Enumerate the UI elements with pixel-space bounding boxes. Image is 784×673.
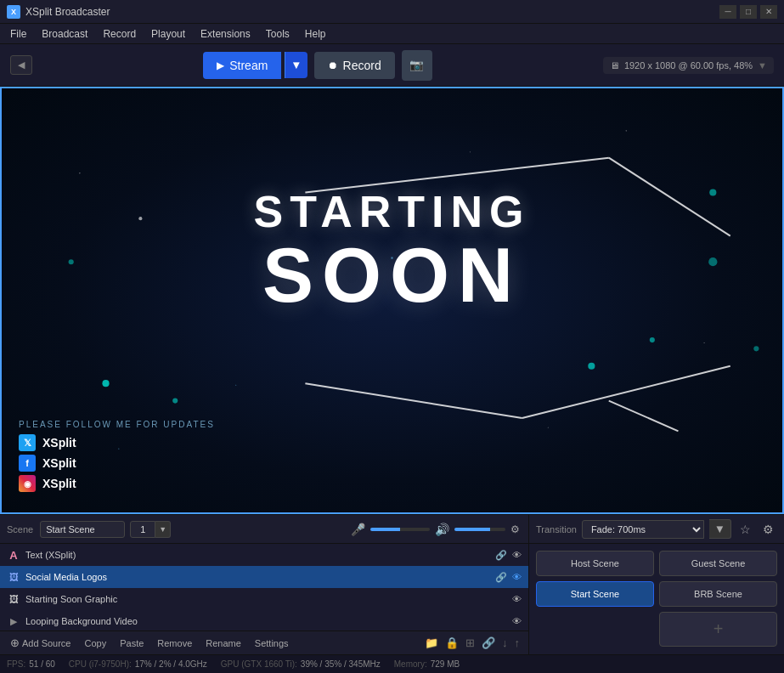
- instagram-name: XSplit: [42, 477, 76, 490]
- instagram-icon: ◉: [19, 475, 36, 492]
- add-source-button[interactable]: ⊕ Add Source: [7, 635, 74, 651]
- bottom-panel: Scene ▼ 🎤 🔊 ⚙ A Text (XSplit) 🔗: [0, 514, 784, 654]
- speaker-volume-slider[interactable]: [454, 528, 505, 531]
- scene-header: Scene ▼ 🎤 🔊 ⚙: [0, 515, 528, 544]
- close-button[interactable]: ✕: [760, 5, 777, 19]
- resolution-info: 🖥 1920 x 1080 @ 60.00 fps, 48% ▼: [603, 57, 774, 74]
- toolbar-center: ▶ Stream ▼ ⏺ Record 📷: [203, 50, 431, 81]
- scene-counter-dropdown[interactable]: ▼: [155, 521, 171, 538]
- eye-icon-2[interactable]: 👁: [512, 594, 522, 604]
- facebook-name: XSplit: [42, 456, 76, 470]
- folder-icon-btn[interactable]: 📁: [423, 635, 440, 651]
- move-down-icon-btn[interactable]: ↓: [500, 635, 510, 651]
- svg-point-8: [650, 337, 655, 342]
- audio-settings-button[interactable]: ⚙: [509, 522, 522, 537]
- menu-file[interactable]: File: [3, 26, 33, 42]
- transition-star-button[interactable]: ☆: [736, 521, 754, 538]
- start-scene-button[interactable]: Start Scene: [536, 581, 654, 607]
- eye-icon-1[interactable]: 👁: [512, 572, 522, 583]
- source-bg-actions: 👁: [512, 616, 522, 626]
- eye-icon-0[interactable]: 👁: [512, 550, 522, 561]
- main-text-container: STARTING SOON: [254, 186, 531, 314]
- mic-button[interactable]: 🎤: [349, 521, 367, 538]
- source-social-name: Social Media Logos: [25, 572, 490, 582]
- source-item-social[interactable]: 🖼 Social Media Logos 🔗 👁: [0, 566, 528, 588]
- transition-dropdown-button[interactable]: ▼: [709, 519, 731, 539]
- fps-label: FPS:: [7, 659, 25, 669]
- link-icon-btn[interactable]: 🔗: [480, 635, 497, 651]
- social-section: PLEASE FOLLOW ME FOR UPDATES 𝕏 XSplit f …: [19, 420, 215, 495]
- transition-gear-button[interactable]: ⚙: [759, 521, 777, 538]
- cpu-value: 17% / 2% / 4.0GHz: [135, 659, 207, 669]
- menu-record[interactable]: Record: [96, 26, 143, 42]
- toolbar: ◀ ▶ Stream ▼ ⏺ Record 📷 🖥 1920 x 1080 @ …: [0, 44, 784, 87]
- menu-broadcast[interactable]: Broadcast: [35, 26, 94, 42]
- menu-playout[interactable]: Playout: [144, 26, 192, 42]
- camera-icon: 📷: [409, 59, 424, 71]
- source-toolbar: ⊕ Add Source Copy Paste Remove Rename Se…: [0, 631, 528, 654]
- transition-select[interactable]: Fade: 700ms: [582, 520, 704, 539]
- scene-counter-input[interactable]: [130, 521, 155, 538]
- svg-point-10: [69, 259, 74, 264]
- stream-dropdown-button[interactable]: ▼: [285, 52, 307, 78]
- svg-line-1: [609, 158, 730, 236]
- stream-icon: ▶: [217, 59, 224, 71]
- maximize-button[interactable]: □: [740, 5, 757, 19]
- add-scene-button[interactable]: +: [659, 612, 777, 647]
- source-item-text[interactable]: A Text (XSplit) 🔗 👁: [0, 544, 528, 566]
- scene-panel: Scene ▼ 🎤 🔊 ⚙ A Text (XSplit) 🔗: [0, 515, 529, 654]
- eye-icon-3[interactable]: 👁: [512, 616, 522, 626]
- screenshot-button[interactable]: 📷: [402, 50, 432, 81]
- source-list: A Text (XSplit) 🔗 👁 🖼 Social Media Logos…: [0, 544, 528, 631]
- memory-status: Memory: 729 MB: [394, 659, 460, 669]
- copy-source-button[interactable]: Copy: [81, 636, 110, 650]
- settings-label: Settings: [255, 638, 289, 648]
- cpu-label: CPU (i7-9750H):: [69, 659, 132, 669]
- transition-panel: Transition Fade: 700ms ▼ ☆ ⚙ Host Scene …: [529, 515, 784, 654]
- host-scene-button[interactable]: Host Scene: [536, 551, 654, 576]
- remove-label: Remove: [157, 638, 192, 648]
- stream-button[interactable]: ▶ Stream: [203, 52, 281, 79]
- transform-icon-btn[interactable]: ⊞: [464, 635, 477, 651]
- rename-label: Rename: [206, 638, 241, 648]
- audio-controls: 🎤 🔊 ⚙: [349, 521, 522, 538]
- add-source-icon: ⊕: [10, 636, 20, 649]
- lock-icon-btn[interactable]: 🔒: [443, 635, 460, 651]
- transition-label: Transition: [536, 524, 577, 534]
- nav-back-button[interactable]: ◀: [10, 55, 32, 75]
- toolbar-nav: ◀: [10, 55, 32, 75]
- preview-inner: STARTING SOON PLEASE FOLLOW ME FOR UPDAT…: [2, 88, 782, 512]
- source-text-name: Text (XSplit): [25, 550, 490, 560]
- speaker-button[interactable]: 🔊: [433, 521, 451, 538]
- facebook-social-item: f XSplit: [19, 455, 215, 472]
- mic-volume-slider[interactable]: [370, 528, 430, 531]
- rename-source-button[interactable]: Rename: [202, 636, 245, 650]
- paste-source-button[interactable]: Paste: [116, 636, 147, 650]
- svg-point-9: [708, 257, 717, 266]
- menu-extensions[interactable]: Extensions: [194, 26, 257, 42]
- move-up-icon-btn[interactable]: ↑: [513, 635, 522, 651]
- svg-line-4: [609, 401, 679, 432]
- svg-point-5: [102, 380, 109, 387]
- resolution-arrow[interactable]: ▼: [758, 60, 767, 71]
- link-icon-1: 🔗: [495, 572, 507, 583]
- paste-label: Paste: [120, 638, 144, 648]
- scene-name-input[interactable]: [40, 521, 125, 538]
- memory-value: 729 MB: [431, 659, 460, 669]
- remove-source-button[interactable]: Remove: [154, 636, 195, 650]
- svg-point-13: [753, 346, 759, 351]
- memory-label: Memory:: [394, 659, 427, 669]
- menu-help[interactable]: Help: [298, 26, 333, 42]
- source-bg-name: Looping Background Video: [25, 616, 507, 626]
- guest-scene-button[interactable]: Guest Scene: [659, 551, 777, 576]
- brb-scene-button[interactable]: BRB Scene: [659, 581, 777, 607]
- record-button[interactable]: ⏺ Record: [314, 52, 395, 79]
- toolbar-right: 🖥 1920 x 1080 @ 60.00 fps, 48% ▼: [603, 57, 774, 74]
- settings-source-button[interactable]: Settings: [251, 636, 292, 650]
- transition-header: Transition Fade: 700ms ▼ ☆ ⚙: [529, 515, 784, 544]
- source-social-actions: 🔗 👁: [495, 572, 522, 583]
- menu-tools[interactable]: Tools: [259, 26, 296, 42]
- source-item-bg[interactable]: ▶ Looping Background Video 👁: [0, 610, 528, 631]
- source-item-starting[interactable]: 🖼 Starting Soon Graphic 👁: [0, 588, 528, 610]
- minimize-button[interactable]: ─: [719, 5, 736, 19]
